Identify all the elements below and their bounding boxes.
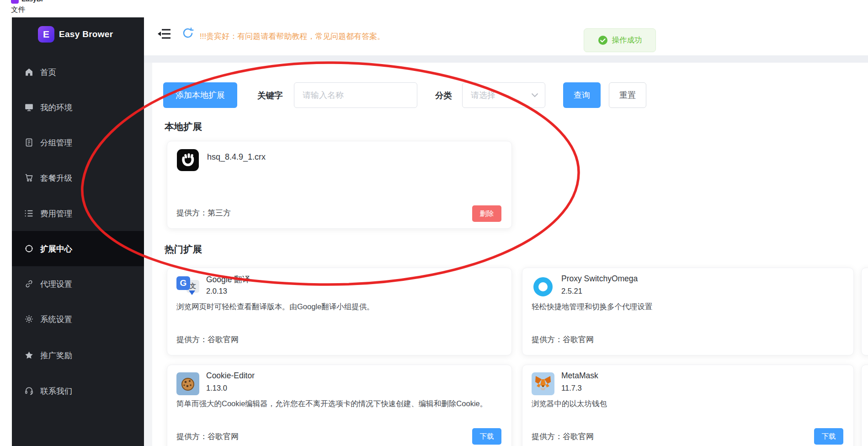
sidebar-item-home[interactable]: 首页 <box>12 54 144 90</box>
app-window-icon <box>11 0 19 4</box>
refresh-icon <box>181 27 194 39</box>
sidebar-item-my-environments[interactable]: 我的环境 <box>12 90 144 125</box>
extension-name: Proxy SwitchyOmega <box>561 274 638 284</box>
extension-name: MetaMask <box>561 371 598 381</box>
sidebar-item-label: 联系我们 <box>40 386 72 397</box>
hot-extensions-heading: 热门扩展 <box>165 243 202 256</box>
hot-extension-card-partial <box>861 365 868 446</box>
toast-text: 操作成功 <box>612 35 642 45</box>
extension-name: Cookie-Editor <box>206 371 255 381</box>
category-select[interactable]: 请选择 <box>462 82 545 108</box>
menu-file[interactable]: 文件 <box>11 5 25 15</box>
extension-description: 轻松快捷地管理和切换多个代理设置 <box>532 301 842 313</box>
switchyomega-icon <box>532 275 554 298</box>
extension-description: 简单而强大的Cookie编辑器，允许您在不离开选项卡的情况下快速创建、编辑和删除… <box>176 398 501 410</box>
star-icon <box>24 350 34 360</box>
hot-extension-card-partial <box>861 268 868 355</box>
sidebar-item-system-settings[interactable]: 系统设置 <box>12 301 144 337</box>
google-translate-icon-triangle <box>189 290 195 295</box>
sidebar-item-label: 分组管理 <box>40 137 72 148</box>
metamask-icon <box>532 372 554 395</box>
monitor-icon <box>24 102 34 112</box>
list-icon <box>24 209 34 218</box>
add-local-extension-button[interactable]: 添加本地扩展 <box>163 82 237 108</box>
sidebar-item-group-management[interactable]: 分组管理 <box>12 125 144 160</box>
sidebar-item-proxy-settings[interactable]: 代理设置 <box>12 266 144 301</box>
sidebar-item-contact-us[interactable]: 联系我们 <box>12 373 144 408</box>
reset-button[interactable]: 重置 <box>609 82 646 108</box>
sidebar-item-label: 首页 <box>40 67 56 78</box>
keyword-input[interactable] <box>294 82 417 108</box>
download-button[interactable]: 下载 <box>814 428 843 445</box>
extension-provider: 提供方：谷歌官网 <box>532 334 594 345</box>
keyword-label: 关键字 <box>257 82 283 108</box>
menu-fold-icon <box>158 28 172 40</box>
cart-icon <box>24 173 34 183</box>
category-select-placeholder: 请选择 <box>471 90 495 101</box>
hot-extension-card-google-translate: 文 G Google 翻译 2.0.13 浏览网页时可轻松查看翻译版本。由Goo… <box>167 268 512 355</box>
extension-version: 1.13.0 <box>206 384 227 392</box>
sidebar-item-label: 扩展中心 <box>40 243 72 254</box>
collapse-sidebar-button[interactable] <box>158 28 172 40</box>
hot-extension-card-switchyomega: Proxy SwitchyOmega 2.5.21 轻松快捷地管理和切换多个代理… <box>522 268 854 355</box>
check-circle-icon <box>598 35 608 45</box>
gear-icon <box>24 314 34 324</box>
cookie-editor-icon <box>176 372 199 395</box>
local-extension-name: hsq_8.4.9_1.crx <box>207 152 266 162</box>
document-icon <box>24 138 34 147</box>
sidebar-item-label: 费用管理 <box>40 208 72 219</box>
content-divider <box>144 55 868 63</box>
extension-name: Google 翻译 <box>206 274 250 285</box>
sidebar-item-label: 系统设置 <box>40 314 72 325</box>
extension-description: 浏览器中的以太坊钱包 <box>532 398 842 410</box>
google-translate-icon-g-square: G <box>176 276 190 290</box>
search-button[interactable]: 查询 <box>563 82 601 108</box>
sidebar-item-referral-rewards[interactable]: 推广奖励 <box>12 338 144 373</box>
hot-extension-card-metamask: MetaMask 11.7.3 浏览器中的以太坊钱包 提供方：谷歌官网 下载 <box>522 365 854 446</box>
google-translate-icon: 文 G <box>176 275 199 298</box>
local-extensions-heading: 本地扩展 <box>165 120 202 133</box>
extension-version: 11.7.3 <box>561 384 582 392</box>
download-button[interactable]: 下载 <box>472 428 501 445</box>
local-extension-card: hsq_8.4.9_1.crx 提供方：第三方 删除 <box>167 141 512 229</box>
extension-provider: 提供方：谷歌官网 <box>176 334 239 345</box>
link-icon <box>24 279 34 289</box>
delete-extension-button[interactable]: 删除 <box>472 205 501 222</box>
app-window-title: EasyBr <box>21 0 43 4</box>
sidebar: E Easy Brower 首页 我的环境 分组管理 套餐升级 费用管理 扩展中… <box>12 17 144 446</box>
success-toast: 操作成功 <box>584 28 656 52</box>
sidebar-item-billing[interactable]: 费用管理 <box>12 196 144 231</box>
extension-provider: 提供方：谷歌官网 <box>176 431 239 442</box>
extension-version: 2.5.21 <box>561 287 582 296</box>
content-gutter <box>144 63 152 446</box>
sidebar-item-label: 套餐升级 <box>40 172 72 183</box>
extension-provider: 提供方：谷歌官网 <box>532 431 594 442</box>
local-extension-provider: 提供方：第三方 <box>176 208 231 218</box>
headset-icon <box>24 386 34 396</box>
crosshair-icon <box>24 244 34 253</box>
app-logo-text: Easy Brower <box>59 29 113 39</box>
notice-banner: !!!贵宾好：有问题请看帮助教程，常见问题都有答案。 <box>200 17 385 55</box>
sidebar-item-plan-upgrade[interactable]: 套餐升级 <box>12 160 144 195</box>
hot-extension-card-cookie-editor: Cookie-Editor 1.13.0 简单而强大的Cookie编辑器，允许您… <box>167 365 512 446</box>
extension-description: 浏览网页时可轻松查看翻译版本。由Google翻译小组提供。 <box>176 301 501 313</box>
hsq-extension-icon <box>176 149 199 172</box>
sidebar-item-label: 我的环境 <box>40 102 72 113</box>
sidebar-item-extension-center[interactable]: 扩展中心 <box>12 231 144 266</box>
home-icon <box>24 67 34 77</box>
chevron-down-icon <box>531 93 538 97</box>
app-logo-icon: E <box>38 26 54 43</box>
category-label: 分类 <box>435 82 452 108</box>
refresh-button[interactable] <box>181 27 194 39</box>
sidebar-item-label: 推广奖励 <box>40 350 72 361</box>
sidebar-item-label: 代理设置 <box>40 279 72 290</box>
extension-version: 2.0.13 <box>206 287 227 296</box>
